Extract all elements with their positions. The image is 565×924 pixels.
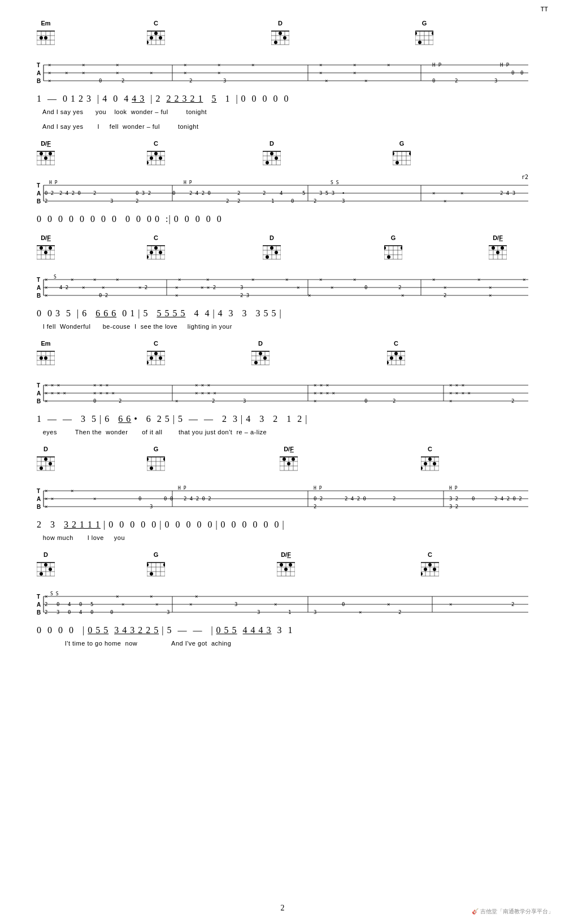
svg-text:×: × <box>121 602 124 607</box>
svg-text:×: × <box>45 398 47 404</box>
svg-text:×: × <box>71 277 73 282</box>
svg-text:3 2: 3 2 <box>449 496 458 502</box>
svg-text:3: 3 <box>314 609 316 615</box>
chord-df-5-diagram <box>280 452 298 475</box>
svg-text:A: A <box>37 70 41 76</box>
svg-point-9 <box>40 36 43 40</box>
svg-text:×: × <box>218 62 220 68</box>
svg-text:×: × <box>387 602 390 607</box>
chord-df-3-diagram <box>37 241 55 264</box>
content: TT Em <box>23 11 542 685</box>
chord-df-3-label: D/F <box>37 234 55 241</box>
chord-c-3-diagram <box>147 241 165 264</box>
svg-text:3: 3 <box>240 285 243 290</box>
svg-point-129 <box>266 161 269 164</box>
svg-text:2 4 2 0 2: 2 4 2 0 2 <box>494 496 522 502</box>
svg-point-418 <box>428 457 432 461</box>
notation-5: 2 3 3 2 1 1 1 | 0 0 0 0 0 | 0 0 0 0 0 | … <box>37 518 528 531</box>
svg-text:×: × <box>206 277 209 282</box>
svg-text:×: × <box>401 293 404 298</box>
svg-text:×: × <box>45 285 47 290</box>
svg-point-419 <box>424 462 427 465</box>
svg-point-474 <box>147 563 149 566</box>
svg-text:×: × <box>432 190 435 196</box>
svg-point-462 <box>44 563 47 566</box>
svg-text:H P: H P <box>178 486 186 491</box>
svg-point-33 <box>279 32 282 35</box>
svg-text:×: × <box>359 609 362 615</box>
svg-text:T: T <box>37 488 40 494</box>
svg-point-241 <box>496 251 499 254</box>
svg-text:2: 2 <box>189 78 192 84</box>
svg-text:T: T <box>37 382 40 389</box>
svg-point-487 <box>289 563 292 566</box>
svg-text:×: × <box>523 277 525 282</box>
chord-d-4-label: D <box>251 340 270 347</box>
svg-text:2: 2 <box>136 198 138 204</box>
svg-text:×: × <box>444 198 446 204</box>
svg-text:×: × <box>116 70 119 76</box>
svg-text:2 4 2 0: 2 4 2 0 <box>189 190 211 196</box>
chord-d-2-label: D <box>263 140 281 147</box>
svg-text:×  ×: × × <box>45 496 54 502</box>
chord-row-4: Em C <box>37 340 528 378</box>
svg-text:3 2: 3 2 <box>449 504 458 509</box>
svg-text:×: × <box>150 70 153 76</box>
chord-d-5: D <box>37 446 55 477</box>
svg-text:4: 4 <box>79 609 82 615</box>
lyrics-1b: And I say yes I fell wonder – ful tonigh… <box>37 121 528 132</box>
svg-text:H P: H P <box>449 486 458 491</box>
svg-text:×: × <box>477 277 480 282</box>
svg-text:×: × <box>308 293 311 298</box>
svg-text:0: 0 <box>364 285 367 290</box>
chord-em-label: Em <box>37 20 55 27</box>
svg-point-34 <box>283 36 286 40</box>
svg-text:×: × <box>116 594 119 599</box>
svg-text:×: × <box>387 62 390 68</box>
svg-text:A: A <box>37 390 41 396</box>
svg-text:× × × ×: × × × × <box>93 390 115 396</box>
svg-point-301 <box>44 356 47 360</box>
chord-c-2-diagram <box>147 147 165 169</box>
svg-point-300 <box>40 356 43 360</box>
svg-text:H P: H P <box>500 62 510 68</box>
svg-text:×: × <box>116 62 119 68</box>
svg-text:3: 3 <box>167 609 169 615</box>
svg-point-463 <box>49 568 52 571</box>
tab-staff-3: T A B S × × × × × × × <box>37 274 528 307</box>
chord-g-3-diagram <box>384 241 402 264</box>
svg-point-202 <box>154 246 158 250</box>
svg-text:×: × <box>116 277 119 282</box>
chord-d-2: D <box>263 140 281 172</box>
svg-text:A: A <box>37 190 41 197</box>
chord-d-1-label: D <box>271 20 289 27</box>
chord-g-2-label: G <box>393 140 411 147</box>
svg-point-407 <box>292 457 295 461</box>
svg-text:0: 0 <box>172 190 175 196</box>
chord-c-6-label: C <box>421 551 439 558</box>
svg-text:B: B <box>37 198 41 204</box>
chord-c-4-diagram <box>147 347 165 369</box>
svg-text:×: × <box>319 277 322 282</box>
svg-text:H P: H P <box>184 180 192 185</box>
chord-g-2-diagram <box>393 147 411 169</box>
chord-c-3-label: C <box>147 234 165 241</box>
svg-text:× × × ×: × × × × <box>314 390 335 396</box>
svg-text:×: × <box>444 285 446 290</box>
svg-text:0: 0 <box>520 70 523 76</box>
svg-point-139 <box>393 152 394 155</box>
svg-text:×: × <box>82 62 85 68</box>
svg-text:×: × <box>48 78 51 84</box>
svg-point-396 <box>150 467 153 470</box>
chord-g-5-label: G <box>147 446 165 452</box>
svg-text:2 4 2 0: 2 4 2 0 <box>345 496 366 502</box>
svg-point-395 <box>163 457 165 461</box>
svg-point-117 <box>147 161 149 164</box>
svg-point-140 <box>409 152 411 155</box>
svg-point-337 <box>390 356 393 360</box>
svg-text:3: 3 <box>110 198 113 204</box>
svg-text:×: × <box>460 190 463 196</box>
lyrics-3: I fell Wonderful be-couse I see the love… <box>37 321 528 332</box>
svg-text:× × ×: × × × <box>314 382 329 388</box>
section-6: D <box>37 551 528 648</box>
